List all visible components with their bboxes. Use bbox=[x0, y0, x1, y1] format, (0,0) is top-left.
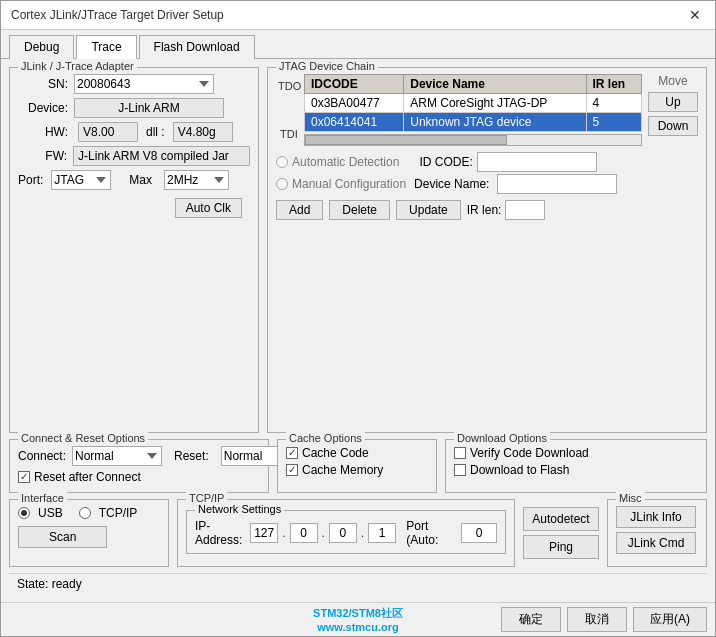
interface-group: Interface USB TCP/IP Scan bbox=[9, 499, 169, 567]
close-button[interactable]: ✕ bbox=[685, 7, 705, 23]
table-row[interactable]: 0x06414041 Unknown JTAG device 5 bbox=[305, 113, 642, 132]
watermark: STM32/STM8社区 www.stmcu.org bbox=[313, 606, 403, 633]
cache-code-checkbox[interactable] bbox=[286, 447, 298, 459]
download-flash-checkbox[interactable] bbox=[454, 464, 466, 476]
hw-input bbox=[78, 122, 138, 142]
cell-ir-len: 5 bbox=[586, 113, 641, 132]
jlink-info-button[interactable]: JLink Info bbox=[616, 506, 696, 528]
status-bar: State: ready bbox=[9, 573, 707, 594]
id-code-input[interactable] bbox=[477, 152, 597, 172]
jtag-scrollbar[interactable] bbox=[304, 134, 642, 146]
ip-octet-3[interactable] bbox=[329, 523, 357, 543]
fw-label: FW: bbox=[18, 149, 67, 163]
ip-octet-4[interactable] bbox=[368, 523, 396, 543]
cache-options-group: Cache Options Cache Code Cache Memory bbox=[277, 439, 437, 493]
connect-select[interactable]: Normal Under Reset Connect & Halt bbox=[72, 446, 162, 466]
reset-after-checkbox[interactable] bbox=[18, 471, 30, 483]
move-up-button[interactable]: Up bbox=[648, 92, 698, 112]
download-flash-row: Download to Flash bbox=[454, 463, 698, 477]
status-text: State: ready bbox=[17, 577, 82, 591]
tab-flash-download[interactable]: Flash Download bbox=[139, 35, 255, 59]
autodetect-button[interactable]: Autodetect bbox=[523, 507, 599, 531]
download-options-label: Download Options bbox=[454, 432, 550, 444]
table-row[interactable]: 0x3BA00477 ARM CoreSight JTAG-DP 4 bbox=[305, 94, 642, 113]
manual-config-label: Manual Configuration bbox=[292, 177, 406, 191]
usb-radio[interactable] bbox=[18, 507, 30, 519]
col-device-name: Device Name bbox=[404, 75, 586, 94]
dot-2: . bbox=[322, 526, 325, 540]
detect-config-row: Automatic Detection ID CODE: bbox=[276, 152, 642, 172]
ir-len-input[interactable] bbox=[505, 200, 545, 220]
add-delete-row: Add Delete Update IR len: bbox=[276, 200, 642, 220]
window-title: Cortex JLink/JTrace Target Driver Setup bbox=[11, 8, 224, 22]
top-row: JLink / J-Trace Adapter SN: 20080643 Dev… bbox=[9, 67, 707, 433]
max-label: Max bbox=[129, 173, 152, 187]
tcp-ip-group: TCP/IP Network Settings IP-Address: . . … bbox=[177, 499, 515, 567]
scan-button[interactable]: Scan bbox=[18, 526, 107, 548]
jtag-table: IDCODE Device Name IR len 0x3BA00477 ARM… bbox=[304, 74, 642, 132]
port-input[interactable] bbox=[461, 523, 497, 543]
network-settings-label: Network Settings bbox=[195, 503, 284, 515]
cell-idcode: 0x3BA00477 bbox=[305, 94, 404, 113]
jlink-cmd-button[interactable]: JLink Cmd bbox=[616, 532, 696, 554]
dll-label: dll : bbox=[146, 125, 165, 139]
manual-config-row: Manual Configuration Device Name: bbox=[276, 174, 642, 194]
reset-after-label: Reset after Connect bbox=[34, 470, 141, 484]
apply-button[interactable]: 应用(A) bbox=[633, 607, 707, 632]
auto-detect-radio-row: Automatic Detection bbox=[276, 155, 399, 169]
device-name-label: Device Name: bbox=[414, 177, 489, 191]
tcp-radio[interactable] bbox=[79, 507, 91, 519]
interface-label: Interface bbox=[18, 492, 67, 504]
tab-debug[interactable]: Debug bbox=[9, 35, 74, 59]
auto-clk-button[interactable]: Auto Clk bbox=[175, 198, 242, 218]
device-name-input[interactable] bbox=[497, 174, 617, 194]
max-select[interactable]: 2MHz 1MHz 500kHz bbox=[164, 170, 229, 190]
tcp-label: TCP/IP bbox=[99, 506, 138, 520]
id-code-inline: ID CODE: bbox=[419, 152, 596, 172]
tdo-label: TDO bbox=[278, 80, 301, 92]
move-down-button[interactable]: Down bbox=[648, 116, 698, 136]
ir-len-row: IR len: bbox=[467, 200, 546, 220]
sn-select[interactable]: 20080643 bbox=[74, 74, 214, 94]
jtag-chain-group: JTAG Device Chain TDO IDCODE Device Name bbox=[267, 67, 707, 433]
ir-len-label: IR len: bbox=[467, 203, 502, 217]
cache-code-row: Cache Code bbox=[286, 446, 428, 460]
hw-row: HW: dll : bbox=[18, 122, 250, 142]
cache-memory-checkbox[interactable] bbox=[286, 464, 298, 476]
ping-button[interactable]: Ping bbox=[523, 535, 599, 559]
usb-label: USB bbox=[38, 506, 63, 520]
ip-octet-2[interactable] bbox=[290, 523, 318, 543]
update-button[interactable]: Update bbox=[396, 200, 461, 220]
delete-button[interactable]: Delete bbox=[329, 200, 390, 220]
content-area: JLink / J-Trace Adapter SN: 20080643 Dev… bbox=[1, 59, 715, 602]
tab-trace[interactable]: Trace bbox=[76, 35, 136, 59]
sn-label: SN: bbox=[18, 77, 68, 91]
jtag-move-buttons: Move Up Down bbox=[648, 74, 698, 220]
port-select[interactable]: JTAG SWD bbox=[51, 170, 111, 190]
col-ir-len: IR len bbox=[586, 75, 641, 94]
device-row: Device: bbox=[18, 98, 250, 118]
jtag-chain-label: JTAG Device Chain bbox=[276, 60, 378, 72]
title-bar: Cortex JLink/JTrace Target Driver Setup … bbox=[1, 1, 715, 30]
ok-button[interactable]: 确定 bbox=[501, 607, 561, 632]
add-button[interactable]: Add bbox=[276, 200, 323, 220]
cache-code-label: Cache Code bbox=[302, 446, 369, 460]
fw-row: FW: bbox=[18, 146, 250, 166]
misc-group: Misc JLink Info JLink Cmd bbox=[607, 499, 707, 567]
cell-device-name: Unknown JTAG device bbox=[404, 113, 586, 132]
jtag-left: TDO IDCODE Device Name IR len bbox=[276, 74, 642, 220]
reset-after-row: Reset after Connect bbox=[18, 470, 260, 484]
download-options-group: Download Options Verify Code Download Do… bbox=[445, 439, 707, 493]
cache-options-label: Cache Options bbox=[286, 432, 365, 444]
col-idcode: IDCODE bbox=[305, 75, 404, 94]
cancel-button[interactable]: 取消 bbox=[567, 607, 627, 632]
dot-3: . bbox=[361, 526, 364, 540]
verify-checkbox[interactable] bbox=[454, 447, 466, 459]
manual-config-radio-row: Manual Configuration bbox=[276, 177, 406, 191]
ip-octet-1[interactable] bbox=[250, 523, 278, 543]
auto-detect-radio[interactable] bbox=[276, 156, 288, 168]
bottom-row: Interface USB TCP/IP Scan TCP/IP Network… bbox=[9, 499, 707, 567]
manual-config-radio[interactable] bbox=[276, 178, 288, 190]
jtag-inner: TDO IDCODE Device Name IR len bbox=[276, 74, 698, 220]
verify-label: Verify Code Download bbox=[470, 446, 589, 460]
